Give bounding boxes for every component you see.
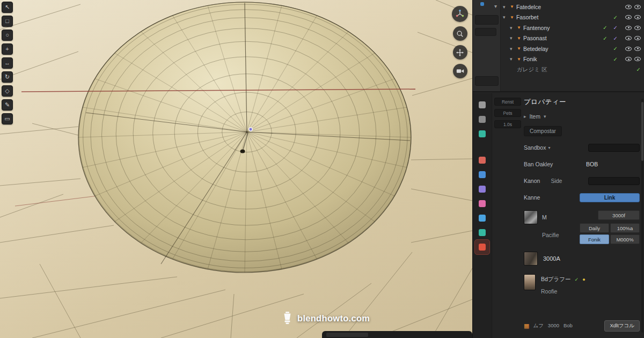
screen-toggle-icon[interactable] <box>634 36 641 40</box>
screen-toggle-icon[interactable] <box>634 5 641 9</box>
tool-rotate[interactable]: ↻ <box>2 71 13 83</box>
outliner-row[interactable]: ▾▼Fantenony✓✓ <box>501 23 644 33</box>
timeline-button[interactable] <box>326 333 368 337</box>
properties-tab-scene[interactable] <box>475 167 489 182</box>
texture-thumbnail[interactable] <box>524 252 538 266</box>
visibility-toggles <box>625 26 641 30</box>
slot-top-button[interactable]: 3000f <box>598 210 640 220</box>
3d-viewport[interactable]: ↖□○+↔↻◇✎▭ <box>0 0 472 338</box>
outliner-row[interactable]: ▾▼Pasonast✓✓ <box>501 33 644 44</box>
timeline-bar[interactable] <box>322 331 472 338</box>
outliner-row[interactable]: ▾▼Betedelay✓ <box>501 43 644 54</box>
properties-tab-material[interactable] <box>475 240 489 254</box>
expand-icon[interactable]: ▾ <box>510 25 515 31</box>
camera-view-button[interactable] <box>453 64 467 78</box>
tool-scale[interactable]: ◇ <box>2 85 13 97</box>
tool-measure[interactable]: ▭ <box>2 113 13 124</box>
tab-compositor[interactable]: Compostar <box>524 126 562 136</box>
check-icon-purple[interactable]: ✓ <box>613 25 618 31</box>
slot-button[interactable]: Daily <box>580 223 609 233</box>
link-button[interactable]: Link <box>580 193 640 202</box>
pan-button[interactable] <box>453 45 467 60</box>
screen-toggle-icon[interactable] <box>634 57 641 61</box>
zoom-button[interactable] <box>453 26 467 41</box>
side-label: Side <box>551 178 562 184</box>
scrollbar-thumb[interactable] <box>641 102 643 161</box>
scrollbar[interactable] <box>641 99 643 333</box>
properties-tab-data[interactable] <box>475 225 489 240</box>
preview-thumbnail[interactable] <box>524 274 536 290</box>
screen-toggle-icon[interactable] <box>634 15 641 19</box>
camera-icon <box>456 68 464 75</box>
check-icon-green[interactable]: ✓ <box>636 67 641 72</box>
caret-right-icon: ▸ <box>524 114 526 119</box>
properties-tab-tool[interactable] <box>475 98 489 112</box>
screen-toggle-icon[interactable] <box>634 47 641 51</box>
outliner-item-label: Fonik <box>523 56 537 62</box>
orbit-gizmo-button[interactable] <box>452 6 468 22</box>
watermark-text: blendhowto.com <box>297 313 370 324</box>
kanon-input[interactable] <box>588 177 640 185</box>
gutter-slot[interactable] <box>475 76 499 86</box>
tool-select[interactable]: ↖ <box>2 2 13 13</box>
side-tab-1[interactable]: Pets <box>494 109 521 117</box>
eye-toggle-icon[interactable] <box>625 15 632 19</box>
check-icon-green[interactable]: ✓ <box>613 56 618 62</box>
outliner-row[interactable]: ▾▼Fonik✓ <box>501 54 644 65</box>
gutter-slot[interactable] <box>475 15 499 25</box>
properties-tab-world[interactable] <box>475 182 489 196</box>
check-icon-green[interactable]: ✓ <box>613 46 618 52</box>
collection-icon: ▼ <box>510 15 514 20</box>
eye-toggle-icon[interactable] <box>625 26 632 30</box>
properties-tab-physics[interactable] <box>475 196 489 211</box>
eye-toggle-icon[interactable] <box>625 5 632 9</box>
tool-circle-select[interactable]: ○ <box>2 30 13 41</box>
expand-icon[interactable]: ▾ <box>510 35 515 41</box>
properties-tab-render[interactable] <box>475 112 489 127</box>
footer-icon: ▦ <box>524 322 529 329</box>
tool-move[interactable]: ↔ <box>2 57 13 69</box>
outliner-row[interactable]: ▾▼Fatedelce <box>501 2 644 12</box>
footer-items: ムフ3000Bob <box>533 322 573 329</box>
chevron-down-icon[interactable]: ▾ <box>494 3 497 9</box>
tool-annotate[interactable]: ✎ <box>2 99 13 111</box>
check-icon-green[interactable]: ✓ <box>613 14 618 20</box>
check-icon-green[interactable]: ✓ <box>603 25 607 31</box>
check-icon-purple[interactable]: ✓ <box>613 35 618 41</box>
slot-button[interactable]: Fonik <box>580 234 609 244</box>
check-icon-green[interactable]: ✓ <box>603 35 607 41</box>
outliner-row[interactable]: ▾▼Fasorbet✓ <box>501 12 644 23</box>
breadcrumb[interactable]: ▸ Item ▾ <box>524 113 640 120</box>
sandbox-input[interactable] <box>588 144 640 152</box>
tool-box-select[interactable]: □ <box>2 16 13 27</box>
side-tab-0[interactable]: Renst <box>494 98 521 106</box>
material-thumbnail[interactable] <box>524 210 538 224</box>
visibility-toggles <box>625 36 641 40</box>
slot-button[interactable]: 100%a <box>610 223 640 233</box>
expand-icon[interactable]: ▾ <box>503 4 508 10</box>
viewport-gizmos <box>452 6 468 78</box>
kanne-row: Kanne Link <box>524 192 640 203</box>
expand-icon[interactable]: ▾ <box>510 46 515 52</box>
eye-toggle-icon[interactable] <box>625 36 632 40</box>
side-tab-2[interactable]: 1.0s <box>494 120 521 128</box>
eye-toggle-icon[interactable] <box>625 47 632 51</box>
properties-tab-constraints[interactable] <box>475 211 489 225</box>
eye-toggle-icon[interactable] <box>625 57 632 61</box>
properties-editor: RenstPets1.0s プロパティー ▸ Item ▾ Compostar … <box>473 93 644 338</box>
chevron-down-icon: ▾ <box>544 114 546 119</box>
properties-tab-output[interactable] <box>475 127 489 141</box>
gutter-slot[interactable] <box>475 28 496 36</box>
material-slot-left: M Pacifie <box>524 210 573 244</box>
tool-cursor[interactable]: + <box>2 43 13 55</box>
outliner-row[interactable]: ガレジミ 区✓ <box>501 64 644 75</box>
expand-icon[interactable]: ▾ <box>503 14 508 20</box>
properties-tab-view-layer[interactable] <box>475 153 489 167</box>
outliner-rows: ▾▼Fatedelce▾▼Fasorbet✓▾▼Fantenony✓✓▾▼Pas… <box>501 2 644 75</box>
screen-toggle-icon[interactable] <box>634 26 641 30</box>
collection-icon: ▼ <box>517 36 521 41</box>
chevron-down-icon[interactable]: ▾ <box>548 145 550 150</box>
slot-button[interactable]: M000% <box>610 234 640 244</box>
footer-button[interactable]: Xdltフコル <box>604 320 640 332</box>
expand-icon[interactable]: ▾ <box>510 56 515 62</box>
